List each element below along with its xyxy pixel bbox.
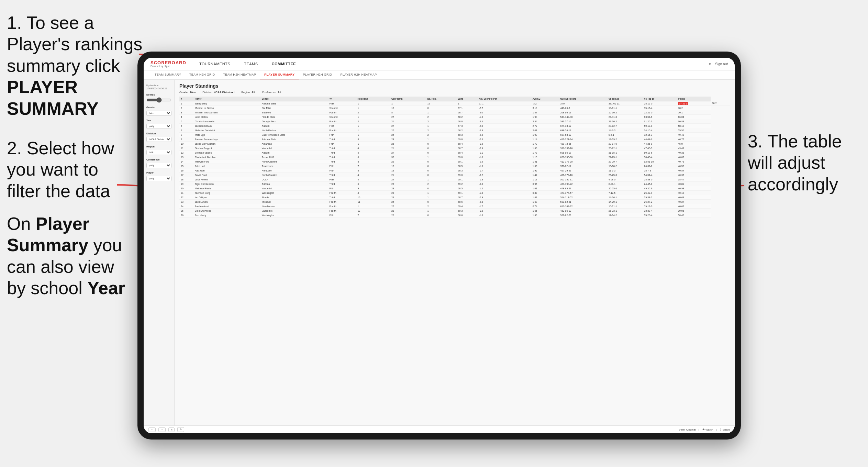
subnav-player-h2h-grid[interactable]: PLAYER H2H GRID (299, 70, 336, 79)
table-cell: Fourth (328, 191, 356, 195)
table-cell: 17-14-2 (607, 213, 643, 218)
divider-2: | (716, 428, 716, 431)
table-cell: 628-150-30 (559, 155, 607, 159)
year-label: Year (146, 119, 171, 122)
table-cell: 49.42 (677, 133, 711, 137)
table-cell: -3.2 (531, 101, 559, 106)
table-cell: 69.1 (457, 177, 478, 182)
table-cell: Fifth (328, 168, 356, 173)
table-cell: 3.07 (559, 101, 607, 106)
table-cell: 24 (390, 177, 426, 182)
table-row: 11Gordon SargentVanderbiltThird421068.7-… (179, 146, 730, 151)
table-cell: 12-16-3 (643, 133, 677, 137)
table-cell: 18 (390, 164, 426, 168)
subnav-team-h2h-grid[interactable]: TEAM H2H GRID (185, 70, 219, 79)
sign-out-link[interactable]: Sign out (715, 62, 728, 66)
table-cell: 0 (426, 142, 457, 146)
table-cell: Vanderbilt (260, 186, 328, 191)
table-cell: -1.7 (477, 204, 531, 209)
table-cell: Fourth (328, 128, 356, 133)
table-cell: 27 (390, 115, 426, 119)
table-cell: Tennessee (260, 164, 328, 168)
table-cell: 616-168-22 (559, 204, 607, 209)
table-cell: 1.93 (531, 133, 559, 137)
table-cell: Fifth (328, 133, 356, 137)
table-cell: 14-3-3 (607, 128, 643, 133)
table-cell: -2.5 (477, 119, 531, 124)
col-conf-rank: Conf Rank (390, 97, 426, 101)
table-cell: 6 (356, 155, 390, 159)
col-wins: Wins (457, 97, 478, 101)
refresh-button[interactable]: ↻ (177, 427, 184, 432)
division-display: Division: NCAA Division I (202, 91, 234, 94)
table-cell: 22 (179, 195, 193, 200)
table-cell: 5 (179, 119, 193, 124)
table-cell: 0.74 (531, 204, 559, 209)
table-cell: 26-32-2 (643, 164, 677, 168)
table-cell: Taehoon Song (193, 191, 260, 195)
table-cell: 40.27 (677, 200, 711, 204)
table-cell: 40.98 (677, 186, 711, 191)
table-cell: 1.47 (531, 173, 559, 177)
table-cell: 28-15-0 (643, 101, 677, 106)
subnav-team-summary[interactable]: TEAM SUMMARY (151, 70, 185, 79)
table-row: 5Christo LamprechtGeorgia TechFourth2212… (179, 119, 730, 124)
table-cell: 8-6-1 (607, 133, 643, 137)
table-cell: -1.5 (477, 164, 531, 168)
copy-button[interactable]: ⎘ (168, 427, 175, 432)
table-cell: 68.3 (457, 133, 478, 137)
conference-select[interactable]: (All) (146, 163, 171, 168)
table-cell: Third (328, 159, 356, 164)
table-cell: 1.92 (531, 168, 559, 173)
table-cell: 40.69 (677, 195, 711, 200)
undo-button[interactable]: ← (148, 427, 156, 432)
player-select[interactable]: (All) (146, 176, 171, 181)
gender-select[interactable]: Men Women (146, 111, 171, 116)
nav-committee[interactable]: COMMITTEE (269, 60, 299, 67)
table-cell: 18 (390, 106, 426, 110)
table-cell: Washington (260, 191, 328, 195)
table-cell: 67.1 (477, 101, 531, 106)
table-cell: -1.2 (477, 186, 531, 191)
table-cell: -2.7 (477, 106, 531, 110)
table-cell: 2 (356, 110, 390, 115)
table-cell: Fifth (328, 213, 356, 218)
table-cell: 31-15-1 (607, 151, 643, 155)
table-cell: 67.3 (457, 124, 478, 128)
subnav-player-h2h-heatmap[interactable]: PLAYER H2H HEATMAP (336, 70, 381, 79)
no-rds-label: No Rds. (146, 93, 171, 96)
table-header: # Player School Yr Reg Rank Conf Rank No… (179, 97, 730, 101)
table-cell: Bastien Amat (193, 204, 260, 209)
table-cell: 452-96-12 (559, 209, 607, 213)
table-cell: 448-85-27 (559, 186, 607, 191)
table-cell: 1 (426, 137, 457, 142)
table-cell: -1.1 (477, 151, 531, 155)
no-rds-slider[interactable] (146, 99, 171, 101)
table-cell: 1.66 (531, 164, 559, 168)
table-cell: 57-23-0 (677, 101, 711, 106)
table-cell: 40.83 (677, 155, 711, 159)
table-cell: 69.3 (457, 209, 478, 213)
subnav-player-summary[interactable]: PLAYER SUMMARY (260, 70, 299, 79)
division-select[interactable]: NCAA Division I NCAA Division II NCAA Di… (146, 137, 171, 142)
watch-label[interactable]: 👁 Watch (702, 428, 713, 431)
table-row: 24Bastien AmatNew MexicoFourth127269.4-1… (179, 204, 730, 209)
redo-button[interactable]: → (158, 427, 166, 432)
table-cell: -1.8 (477, 177, 531, 182)
table-cell: 1 (426, 195, 457, 200)
year-select[interactable]: (All) First Second Third Fourth Fifth (146, 124, 171, 129)
subnav-team-h2h-heatmap[interactable]: TEAM H2H HEATMAP (219, 70, 260, 79)
table-cell: 39.95 (677, 209, 711, 213)
table-cell: 23 (390, 186, 426, 191)
logo-sub: Powered by clippi (151, 65, 186, 67)
table-cell: 21 (390, 173, 426, 177)
col-reg-rank: Reg Rank (356, 97, 390, 101)
share-label[interactable]: ⇧ Share (719, 428, 730, 431)
region-select[interactable]: N/A All (146, 150, 171, 155)
instruction-step1: 1. To see a Player's rankings summary cl… (7, 12, 151, 119)
nav-tournaments[interactable]: TOURNAMENTS (197, 60, 233, 67)
nav-teams[interactable]: TEAMS (241, 60, 260, 67)
table-cell: 8 (179, 133, 193, 137)
table-cell: 2 (426, 133, 457, 137)
table-cell: 44-26-8 (643, 142, 677, 146)
